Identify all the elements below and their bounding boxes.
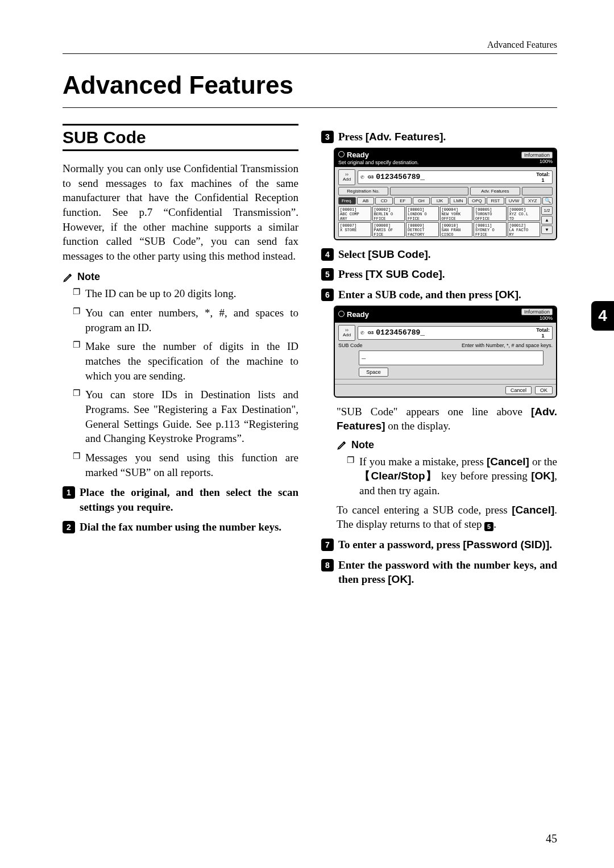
- step-5-text: Press [TX SUB Code].: [338, 267, 557, 282]
- add-button[interactable]: ›› Add: [338, 169, 355, 185]
- step-1-text: Place the original, and then select the …: [80, 485, 298, 514]
- dest-button[interactable]: [00007]X STORE: [338, 222, 371, 237]
- alpha-cd[interactable]: CD: [375, 197, 393, 205]
- dial-field[interactable]: ✆G3 0123456789_ Total:1: [358, 326, 553, 340]
- step-3-text: Press [Adv. Features].: [338, 130, 557, 144]
- alpha-ab[interactable]: AB: [357, 197, 375, 205]
- right-column: 3 Press [Adv. Features]. Ready Set origi…: [321, 124, 557, 590]
- destination-grid: [00001]ABC COMPANY [00007]X STORE [00002…: [338, 206, 553, 237]
- note-heading: Note: [63, 271, 298, 283]
- phone-icon: ✆: [360, 329, 364, 336]
- dial-field[interactable]: ✆G3 0123456789_ Total:1: [358, 170, 553, 184]
- note-item: The ID can be up to 20 digits long.: [74, 286, 298, 301]
- cancel-button[interactable]: Cancel: [505, 386, 532, 394]
- after-step6-text: "SUB Code" appears one line above [Adv. …: [337, 404, 557, 433]
- ready-subtext: Set original and specify destination.: [338, 160, 419, 165]
- tab-registration-no[interactable]: Registration No.: [338, 187, 388, 195]
- ui-ok: [OK]: [531, 470, 554, 482]
- note-item: You can store IDs in Destination lists a…: [74, 387, 298, 446]
- ui-ok: [OK]: [495, 289, 518, 301]
- step-4-text: Select [SUB Code].: [338, 247, 557, 262]
- step-badge-8: 8: [321, 559, 334, 571]
- tab-spacer: [522, 187, 553, 195]
- step-6-text: Enter a SUB code, and then press [OK].: [338, 287, 557, 302]
- add-label: Add: [343, 332, 351, 337]
- chapter-title: Advanced Features: [63, 71, 557, 99]
- alpha-lmn[interactable]: LMN: [450, 197, 467, 205]
- ui-cancel: [Cancel]: [512, 504, 554, 516]
- t: "SUB Code" appears one line above: [337, 406, 531, 418]
- alpha-uvw[interactable]: UVW: [505, 197, 523, 205]
- alpha-rst[interactable]: RST: [487, 197, 504, 205]
- dest-button[interactable]: [00010]SAN FRANCISCO: [440, 222, 473, 237]
- hardkey-clear-stop: Clear/Stop: [359, 470, 438, 482]
- t: Enter a SUB code, and then press: [338, 289, 495, 301]
- dest-button[interactable]: [00008]PARIS OFFICE: [372, 222, 405, 237]
- scroll-up-button[interactable]: ▲: [541, 216, 553, 224]
- dest-button[interactable]: [00005]TORONTOOFFICE: [474, 206, 507, 221]
- alpha-opq[interactable]: OPQ: [468, 197, 486, 205]
- dest-button[interactable]: [00001]ABC COMPANY: [338, 206, 371, 221]
- line-type: G3: [368, 174, 374, 180]
- alpha-gh[interactable]: GH: [413, 197, 430, 205]
- magnify-icon[interactable]: 🔍: [542, 197, 553, 205]
- t: If you make a mistake, press: [359, 456, 487, 468]
- step-6: 6 Enter a SUB code, and then press [OK].: [321, 287, 557, 302]
- tab-adv-features[interactable]: Adv. Features: [470, 187, 520, 195]
- intro-paragraph: Normally you can only use Confidential T…: [63, 161, 298, 263]
- dest-button[interactable]: [00004]NEW YORK OFFICE: [440, 206, 473, 221]
- t: .: [443, 131, 446, 143]
- step-8-text: Enter the password with the number keys,…: [338, 558, 557, 587]
- total-counter: Total:1: [536, 172, 550, 183]
- ui-password-sid: [Password (SID)]: [463, 539, 549, 550]
- pencil-icon: [337, 439, 348, 450]
- toner-pct: 100%: [540, 158, 553, 164]
- alpha-ijk[interactable]: IJK: [431, 197, 449, 205]
- t: key before pressing: [438, 470, 531, 482]
- step-badge-7: 7: [321, 539, 334, 551]
- ui-adv-features: [Adv. Features]: [366, 131, 443, 143]
- dest-button[interactable]: [00003]LONDON OFFICE: [406, 206, 439, 221]
- note-heading: Note: [337, 439, 557, 451]
- t: or the: [529, 456, 557, 468]
- inline-step-ref: 5: [484, 522, 493, 531]
- tab-spacer: [390, 187, 468, 195]
- alpha-ef[interactable]: EF: [394, 197, 412, 205]
- ui-cancel: [Cancel]: [487, 456, 529, 468]
- step-2-text: Dial the fax number using the number key…: [80, 520, 298, 535]
- step-2: 2 Dial the fax number using the number k…: [63, 520, 298, 535]
- sub-code-input[interactable]: _: [359, 350, 544, 365]
- dest-button[interactable]: [00006]XYZ CO.LTD: [508, 206, 541, 221]
- information-button[interactable]: Information: [521, 152, 553, 158]
- dest-button[interactable]: [00002]BERLIN OFFICE: [372, 206, 405, 221]
- ready-dot-icon: [338, 151, 345, 157]
- note-item: If you make a mistake, press [Cancel] or…: [348, 454, 557, 498]
- phone-icon: ✆: [360, 173, 364, 181]
- total-counter: Total:1: [536, 327, 550, 339]
- ui-sub-code: [SUB Code]: [368, 248, 428, 260]
- dial-number: 0123456789_: [376, 328, 425, 337]
- t: .: [493, 518, 496, 530]
- line-type: G3: [368, 330, 374, 335]
- dest-button[interactable]: [00009]DETROITFACTORY: [406, 222, 439, 237]
- scroll-down-button[interactable]: ▼: [541, 226, 553, 234]
- ok-button[interactable]: OK: [535, 386, 553, 394]
- space-button[interactable]: Space: [359, 368, 388, 377]
- step-7-text: To enter a password, press [Password (SI…: [338, 537, 557, 552]
- alpha-freq[interactable]: Freq.: [338, 197, 356, 205]
- t: .: [428, 248, 431, 260]
- arrow-icon: ››: [345, 172, 349, 177]
- information-button[interactable]: Information: [521, 308, 553, 315]
- sub-code-hint: Enter with Number, *, # and space keys.: [462, 343, 553, 348]
- t: To cancel entering a SUB code, press: [337, 504, 512, 516]
- step-1: 1 Place the original, and then select th…: [63, 485, 298, 514]
- step-5: 5 Press [TX SUB Code].: [321, 267, 557, 282]
- t: .: [518, 289, 521, 301]
- ready-dot-icon: [338, 311, 345, 317]
- step-badge-1: 1: [63, 486, 75, 499]
- add-button[interactable]: ›› Add: [338, 325, 355, 341]
- alpha-xyz[interactable]: XYZ: [524, 197, 541, 205]
- dest-button[interactable]: [00011]SYDNEY OFFICE: [474, 222, 507, 237]
- dest-button[interactable]: [00012]LA FACTORY: [508, 222, 541, 237]
- note-item: Make sure the number of digits in the ID…: [74, 339, 298, 383]
